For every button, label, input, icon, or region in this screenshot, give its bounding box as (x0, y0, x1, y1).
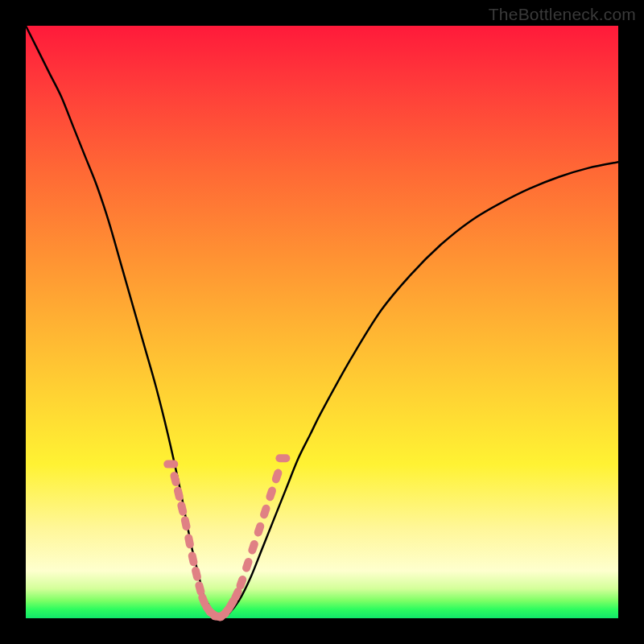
marker-capsule (184, 533, 194, 549)
marker-capsule (259, 503, 271, 519)
marker-capsule (188, 551, 199, 568)
bottleneck-curve (26, 26, 618, 618)
highlight-markers (163, 454, 290, 622)
marker-capsule (271, 468, 283, 484)
chart-frame: TheBottleneck.com (0, 0, 644, 644)
marker-capsule (247, 539, 259, 555)
plot-area (26, 26, 618, 618)
marker-capsule (253, 521, 265, 537)
marker-capsule (180, 515, 192, 531)
watermark-text: TheBottleneck.com (489, 5, 636, 24)
marker-capsule (191, 566, 202, 582)
marker-capsule (265, 485, 277, 502)
marker-capsule (242, 557, 254, 573)
marker-capsule (163, 460, 178, 469)
marker-capsule (275, 454, 290, 462)
marker-capsule (176, 501, 188, 517)
curve-svg (26, 26, 618, 618)
marker-capsule (173, 485, 184, 502)
